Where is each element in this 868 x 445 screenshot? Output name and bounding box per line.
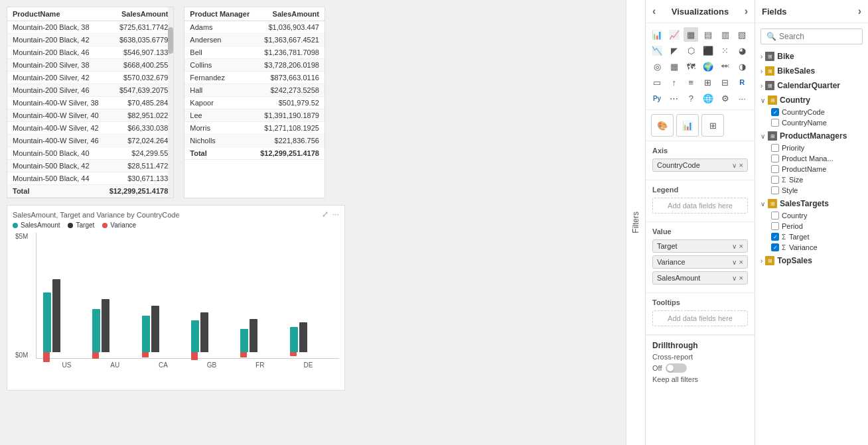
target-chevron-icon[interactable]: ∨ (732, 243, 737, 250)
maximize-icon[interactable]: ⤢ (322, 210, 328, 219)
field-item[interactable]: Σ Size (755, 174, 868, 185)
viz-fields-icon[interactable]: ⊞ (701, 114, 724, 137)
scrollbar1[interactable] (168, 7, 173, 198)
table-row[interactable]: Bell$1,236,781.7098 (184, 46, 325, 59)
field-checkbox[interactable] (771, 155, 779, 162)
viz-slicer-icon[interactable]: ≡ (684, 75, 698, 90)
field-checkbox[interactable] (771, 144, 779, 152)
toggle-track[interactable] (666, 363, 687, 373)
field-group-header[interactable]: ›⊞BikeSales (755, 64, 868, 78)
viz-100-stacked-bar-icon[interactable]: ▥ (718, 27, 733, 42)
viz-line-icon[interactable]: 📉 (650, 43, 664, 58)
viz-100-stacked-col-icon[interactable]: ▧ (735, 27, 749, 42)
table-row[interactable]: Mountain-400-W Silver, 40$82,951.022 (7, 109, 173, 122)
viz-stacked-col-icon[interactable]: ▤ (701, 27, 715, 42)
viz-ribbon-icon[interactable]: ⬡ (684, 43, 698, 58)
table-row[interactable]: Andersen$1,363,667.4521 (184, 34, 325, 46)
viz-waterfall-icon[interactable]: ⬛ (701, 43, 715, 58)
salesamount-remove-icon[interactable]: × (739, 274, 743, 282)
legend-placeholder[interactable]: Add data fields here (652, 198, 748, 214)
field-group-header[interactable]: ›⊞Bike (755, 50, 868, 63)
value-field-target[interactable]: Target ∨ × (652, 239, 748, 253)
field-item[interactable]: Product Mana... (755, 153, 868, 164)
table-row[interactable]: Mountain-200 Black, 46$546,907.133 (7, 46, 173, 59)
table-row[interactable]: Mountain-200 Silver, 42$570,032.679 (7, 72, 173, 84)
field-item[interactable]: CountryCode (755, 107, 868, 117)
field-checkbox[interactable] (771, 233, 779, 241)
axis-chevron-icon[interactable]: ∨ (732, 162, 737, 169)
viz-funnel-icon[interactable]: ⬽ (718, 59, 733, 74)
table-row[interactable]: Kapoor$501,979.52 (184, 97, 325, 109)
field-checkbox[interactable] (771, 165, 779, 173)
tooltips-placeholder[interactable]: Add data fields here (652, 310, 748, 326)
field-item[interactable]: Σ Target (755, 231, 868, 242)
viz-qna-icon[interactable]: ? (684, 91, 698, 105)
field-group-header[interactable]: ∨⊞ProductManagers (755, 129, 868, 143)
viz-analytics-icon[interactable]: 📊 (676, 114, 699, 137)
viz-column-icon[interactable]: 📈 (667, 27, 682, 42)
fields-forward-arrow[interactable]: › (858, 5, 861, 17)
field-group-header[interactable]: ›⊞TopSales (755, 254, 868, 267)
viz-pie-icon[interactable]: ◕ (735, 43, 749, 58)
field-checkbox[interactable] (771, 108, 779, 116)
viz-custom-icon[interactable]: ⚙ (718, 91, 733, 105)
search-input[interactable] (779, 32, 868, 41)
table-row[interactable]: Lee$1,391,190.1879 (184, 109, 325, 122)
viz-globe-icon[interactable]: 🌐 (701, 91, 715, 105)
viz-more1-icon[interactable]: ⋯ (667, 91, 682, 105)
field-group-header[interactable]: ∨⊞Country (755, 94, 868, 107)
field-checkbox[interactable] (771, 186, 779, 194)
field-item[interactable]: Country (755, 210, 868, 221)
viz-gauge-icon[interactable]: ◑ (735, 59, 749, 74)
viz-card-icon[interactable]: ▭ (650, 75, 664, 90)
table-row[interactable]: Mountain-200 Black, 38$725,631.7742 (7, 21, 173, 34)
viz-format-icon[interactable]: 🎨 (651, 114, 674, 137)
table-row[interactable]: Morris$1,271,108.1925 (184, 122, 325, 135)
field-group-header[interactable]: ∨⊞SalesTargets (755, 197, 868, 210)
table-row[interactable]: Mountain-400-W Silver, 46$72,024.264 (7, 135, 173, 147)
viz-treemap-icon[interactable]: ▦ (667, 59, 682, 74)
field-checkbox[interactable] (771, 243, 779, 251)
value-field-variance[interactable]: Variance ∨ × (652, 255, 748, 269)
table-row[interactable]: Adams$1,036,903.447 (184, 21, 325, 34)
axis-remove-icon[interactable]: × (739, 161, 743, 169)
viz-table-icon[interactable]: ⊞ (701, 75, 715, 90)
filters-sidebar[interactable]: Filters (626, 0, 646, 445)
field-checkbox[interactable] (771, 222, 779, 230)
table-row[interactable]: Mountain-200 Silver, 46$547,639.2075 (7, 84, 173, 97)
viz-matrix-icon[interactable]: ⊟ (718, 75, 733, 90)
table-row[interactable]: Mountain-500 Black, 42$28,511.472 (7, 160, 173, 172)
viz-donut-icon[interactable]: ◎ (650, 59, 664, 74)
table-row[interactable]: Mountain-400-W Silver, 38$70,485.284 (7, 97, 173, 109)
viz-python-icon[interactable]: Py (650, 91, 664, 105)
search-box[interactable]: 🔍 (760, 29, 863, 44)
table-row[interactable]: Fernandez$873,663.0116 (184, 72, 325, 84)
table-row[interactable]: Hall$242,273.5258 (184, 84, 325, 97)
table-row[interactable]: Mountain-400-W Silver, 42$66,330.038 (7, 122, 173, 135)
viz-map-icon[interactable]: 🗺 (684, 59, 698, 74)
salesamount-chevron-icon[interactable]: ∨ (732, 275, 737, 282)
field-checkbox[interactable] (771, 176, 779, 184)
table-row[interactable]: Mountain-200 Silver, 38$668,400.255 (7, 59, 173, 72)
viz-stacked-bar-icon[interactable]: ▦ (684, 27, 698, 42)
viz-scatter-icon[interactable]: ⁙ (718, 43, 733, 58)
viz-r-icon[interactable]: R (735, 75, 749, 90)
viz-back-arrow[interactable]: ‹ (652, 5, 656, 17)
field-item[interactable]: Style (755, 185, 868, 196)
target-remove-icon[interactable]: × (739, 242, 743, 250)
table-row[interactable]: Nicholls$221,836.756 (184, 135, 325, 147)
viz-kpi-icon[interactable]: ↑ (667, 75, 682, 90)
more-options-icon[interactable]: ··· (332, 210, 339, 219)
viz-more2-icon[interactable]: ··· (735, 91, 749, 105)
table-row[interactable]: Collins$3,728,206.0198 (184, 59, 325, 72)
viz-filled-map-icon[interactable]: 🌍 (701, 59, 715, 74)
value-field-salesamount[interactable]: SalesAmount ∨ × (652, 271, 748, 285)
field-group-header[interactable]: ›⊞CalendarQuarter (755, 79, 868, 92)
field-checkbox[interactable] (771, 119, 779, 127)
field-checkbox[interactable] (771, 212, 779, 220)
viz-forward-arrow[interactable]: › (745, 5, 748, 17)
field-item[interactable]: CountryName (755, 117, 868, 128)
field-item[interactable]: ProductName (755, 164, 868, 174)
field-item[interactable]: Priority (755, 143, 868, 153)
variance-chevron-icon[interactable]: ∨ (732, 259, 737, 266)
